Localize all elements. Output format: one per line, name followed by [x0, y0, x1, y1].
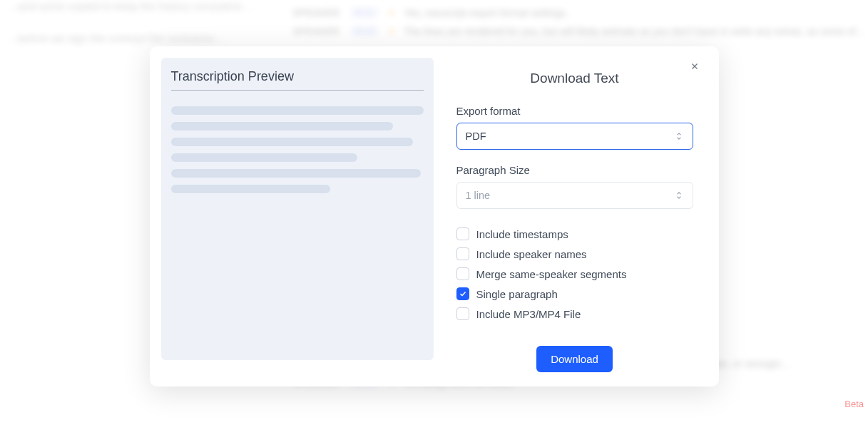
chevron-updown-icon — [674, 131, 684, 141]
skeleton-line — [171, 185, 330, 193]
checkbox-merge[interactable] — [456, 267, 469, 280]
option-media[interactable]: Include MP3/MP4 File — [456, 307, 693, 320]
skeleton-line — [171, 169, 421, 178]
export-format-select[interactable]: PDF — [456, 123, 693, 150]
export-format-value: PDF — [466, 130, 486, 142]
download-button[interactable]: Download — [536, 346, 613, 372]
option-label: Include MP3/MP4 File — [476, 308, 581, 320]
modal-overlay: Transcription Preview Download Text Expo… — [0, 0, 868, 425]
checkbox-timestamps[interactable] — [456, 227, 469, 240]
close-button[interactable] — [688, 59, 702, 73]
option-timestamps[interactable]: Include timestamps — [456, 227, 693, 240]
option-label: Include speaker names — [476, 248, 587, 260]
preview-title: Transcription Preview — [171, 69, 424, 91]
preview-panel: Transcription Preview — [161, 58, 434, 360]
download-modal: Transcription Preview Download Text Expo… — [150, 46, 719, 386]
option-speakers[interactable]: Include speaker names — [456, 247, 693, 260]
option-label: Merge same-speaker segments — [476, 268, 627, 280]
skeleton-line — [171, 138, 414, 146]
option-label: Include timestamps — [476, 228, 568, 240]
option-label: Single paragraph — [476, 288, 558, 300]
close-icon — [690, 61, 700, 71]
paragraph-size-value: 1 line — [466, 190, 491, 201]
checkbox-media[interactable] — [456, 307, 469, 320]
option-single[interactable]: Single paragraph — [456, 287, 693, 300]
chevron-updown-icon — [674, 190, 684, 200]
export-format-label: Export format — [456, 105, 693, 117]
skeleton-line — [171, 122, 394, 130]
options-list: Include timestampsInclude speaker namesM… — [456, 227, 693, 320]
check-icon — [459, 290, 467, 298]
modal-title: Download Text — [456, 71, 693, 86]
skeleton-line — [171, 106, 424, 115]
form-panel: Download Text Export format PDF Paragrap… — [434, 58, 708, 375]
checkbox-speakers[interactable] — [456, 247, 469, 260]
paragraph-size-select[interactable]: 1 line — [456, 182, 693, 209]
paragraph-size-label: Paragraph Size — [456, 164, 693, 176]
skeleton-line — [171, 153, 358, 162]
checkbox-single[interactable] — [456, 287, 469, 300]
option-merge[interactable]: Merge same-speaker segments — [456, 267, 693, 280]
